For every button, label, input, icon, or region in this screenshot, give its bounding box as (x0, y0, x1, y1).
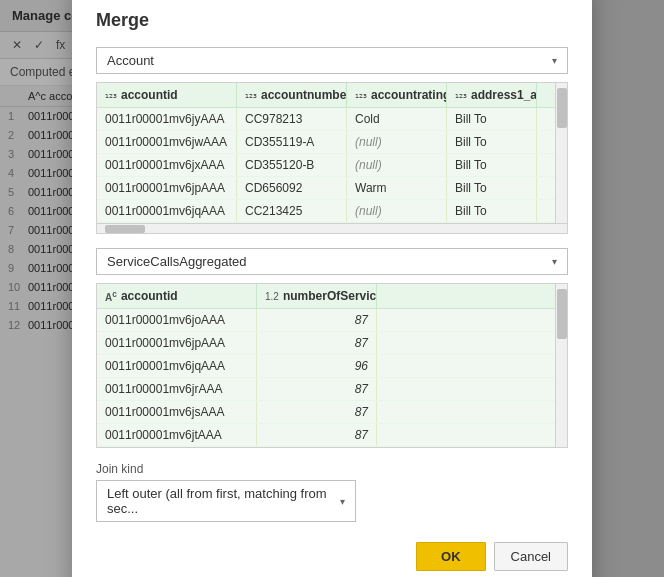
join-kind-label: Join kind (96, 462, 568, 476)
type-icon-accountid: ₁₂₃ (105, 89, 117, 100)
table1-hscroll[interactable] (97, 223, 567, 233)
table-row[interactable]: 0011r00001mv6joAAA 87 (97, 309, 555, 332)
table2-scrollbar[interactable] (555, 284, 567, 447)
join-kind-section: Join kind Left outer (all from first, ma… (96, 462, 568, 522)
modal-footer: OK Cancel (96, 542, 568, 571)
table-row[interactable]: 0011r00001mv6jqAAA 96 (97, 355, 555, 378)
cancel-button[interactable]: Cancel (494, 542, 568, 571)
col2-header-accountid[interactable]: Ac accountid (97, 284, 257, 308)
chevron-down-icon-3: ▾ (340, 496, 345, 507)
table1-container: ₁₂₃ accountid ₁₂₃ accountnumber ₁₂₃ acco… (96, 82, 568, 234)
table1-header: ₁₂₃ accountid ₁₂₃ accountnumber ₁₂₃ acco… (97, 83, 555, 108)
type-icon-address: ₁₂₃ (455, 89, 467, 100)
col2-header-servicecalls[interactable]: 1.2 numberOfServiceCalls (257, 284, 377, 308)
ok-button[interactable]: OK (416, 542, 486, 571)
table-row[interactable]: 0011r00001mv6jpAAA 87 (97, 332, 555, 355)
table2-header: Ac accountid 1.2 numberOfServiceCalls (97, 284, 555, 309)
table-row[interactable]: 0011r00001mv6jqAAA CC213425 (null) Bill … (97, 200, 555, 223)
table-row[interactable]: 0011r00001mv6jsAAA 87 (97, 401, 555, 424)
table-row[interactable]: 0011r00001mv6jyAAA CC978213 Cold Bill To (97, 108, 555, 131)
table-row[interactable]: 0011r00001mv6jrAAA 87 (97, 378, 555, 401)
chevron-down-icon-2: ▾ (552, 256, 557, 267)
type-icon-accountnumber: ₁₂₃ (245, 89, 257, 100)
modal-overlay: Merge Account ▾ ₁₂₃ accountid ₁₂₃ accoun… (0, 0, 664, 577)
col-header-accountid[interactable]: ₁₂₃ accountid (97, 83, 237, 107)
join-kind-value: Left outer (all from first, matching fro… (107, 486, 340, 516)
table2-dropdown[interactable]: ServiceCallsAggregated ▾ (96, 248, 568, 275)
table1-dropdown-value: Account (107, 53, 154, 68)
table2-container: Ac accountid 1.2 numberOfServiceCalls 00… (96, 283, 568, 448)
col-header-accountnumber[interactable]: ₁₂₃ accountnumber (237, 83, 347, 107)
table2-dropdown-value: ServiceCallsAggregated (107, 254, 246, 269)
hscroll-thumb[interactable] (105, 225, 145, 233)
merge-dialog: Merge Account ▾ ₁₂₃ accountid ₁₂₃ accoun… (72, 0, 592, 577)
scroll-thumb[interactable] (557, 88, 567, 128)
join-kind-dropdown[interactable]: Left outer (all from first, matching fro… (96, 480, 356, 522)
dialog-title: Merge (96, 10, 568, 31)
chevron-down-icon: ▾ (552, 55, 557, 66)
table1-scrollbar[interactable] (555, 83, 567, 223)
col-header-address[interactable]: ₁₂₃ address1_addr (447, 83, 537, 107)
table-row[interactable]: 0011r00001mv6jxAAA CD355120-B (null) Bil… (97, 154, 555, 177)
table-row[interactable]: 0011r00001mv6jpAAA CD656092 Warm Bill To (97, 177, 555, 200)
table-row[interactable]: 0011r00001mv6jtAAA 87 (97, 424, 555, 447)
col-header-ratingcode[interactable]: ₁₂₃ accountratingcode (347, 83, 447, 107)
type-icon-ratingcode: ₁₂₃ (355, 89, 367, 100)
type-icon-ac: Ac (105, 289, 117, 303)
scroll-thumb-2[interactable] (557, 289, 567, 339)
table-row[interactable]: 0011r00001mv6jwAAA CD355119-A (null) Bil… (97, 131, 555, 154)
type-icon-num: 1.2 (265, 291, 279, 302)
table1-dropdown[interactable]: Account ▾ (96, 47, 568, 74)
